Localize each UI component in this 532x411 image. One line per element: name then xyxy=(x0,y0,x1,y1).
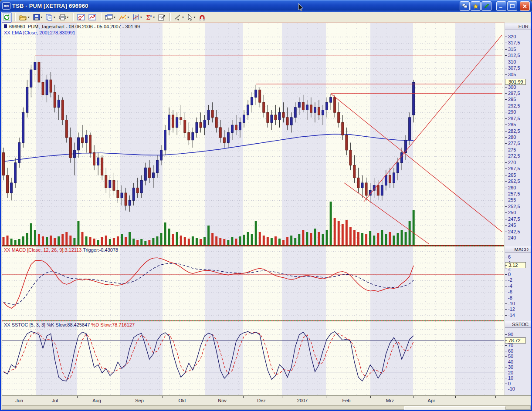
axis-tick xyxy=(505,257,507,257)
close-button[interactable] xyxy=(520,1,530,11)
sstoc-tick-label: 10 xyxy=(508,375,513,381)
edit-pencil-icon xyxy=(484,4,489,9)
axis-tick xyxy=(505,219,507,219)
app-icon: bis xyxy=(2,2,10,10)
maximize-button[interactable] xyxy=(507,1,517,11)
macd-panel[interactable]: XX MACD [Close, 12, 26, 9]:3.12113 Trigg… xyxy=(2,246,504,320)
axis-tick xyxy=(505,280,507,280)
line-tool-button[interactable]: ▾ xyxy=(173,12,185,23)
axis-gutter[interactable]: EUR320317,5315312,5310307,5305302,530029… xyxy=(505,23,531,395)
chart-windows-button[interactable]: ▾ xyxy=(104,12,117,23)
axis-tick xyxy=(505,303,507,304)
toolbar-separator xyxy=(14,13,16,21)
tile-windows-button[interactable] xyxy=(460,1,470,11)
month-tick xyxy=(370,396,371,398)
titlebar[interactable]: bis TSB - PUM [XETRA] 696960 xyxy=(0,0,532,12)
magnet-button[interactable] xyxy=(197,12,207,23)
chart-forward-button[interactable] xyxy=(87,12,98,23)
axis-tick xyxy=(505,315,507,316)
chart-back-button[interactable] xyxy=(76,12,86,23)
study-draw-button[interactable]: ▾ xyxy=(131,12,143,23)
axis-tick xyxy=(505,118,507,119)
month-label: Okt xyxy=(178,398,186,403)
template-button[interactable] xyxy=(157,12,167,23)
axis-tick xyxy=(505,106,507,106)
month-tick xyxy=(205,396,205,398)
price-tick-label: 287,5 xyxy=(508,116,520,121)
month-label: Mrz xyxy=(386,398,394,403)
toolbar-separator xyxy=(100,13,102,21)
price-chart-canvas xyxy=(2,23,504,246)
axis-tick xyxy=(505,55,507,56)
price-tick-label: 245 xyxy=(508,222,516,228)
chevron-down-icon[interactable]: ▾ xyxy=(28,16,30,19)
axis-tick xyxy=(505,232,507,232)
minimize-button[interactable] xyxy=(496,1,506,11)
tile-windows-icon xyxy=(462,4,468,8)
axis-tick xyxy=(505,345,507,346)
axis-tick xyxy=(505,162,507,163)
sstoc-tick-label: -10 xyxy=(508,386,515,391)
sstoc-tick-label: 40 xyxy=(508,359,513,364)
price-tick-label: 300 xyxy=(508,84,516,90)
price-tick-label: 282,5 xyxy=(508,128,520,134)
month-label: Sep xyxy=(135,398,144,403)
save-button[interactable]: ▾ xyxy=(32,12,44,23)
edit-button[interactable] xyxy=(481,1,491,11)
mouse-cursor xyxy=(298,3,304,12)
axis-tick xyxy=(505,373,507,373)
month-label: Dez xyxy=(257,398,266,403)
month-label: Jul xyxy=(52,398,58,403)
chart-plot-area[interactable]: 696960 PUM, Tageschart - 08.06.2006 - 05… xyxy=(2,23,505,396)
price-tick-label: 257,5 xyxy=(508,191,520,196)
chevron-down-icon[interactable]: ▾ xyxy=(67,16,69,19)
sstoc-panel[interactable]: XX SSTOC [5, 3, 3] %K Slow:88.425847 %D … xyxy=(2,321,504,395)
chevron-down-icon[interactable]: ▾ xyxy=(128,16,129,19)
axis-tick xyxy=(505,269,507,269)
price-tick-label: 295 xyxy=(508,97,516,102)
copy-button[interactable]: ▾ xyxy=(44,12,57,23)
favorites-star-icon xyxy=(473,4,478,9)
month-tick xyxy=(243,396,244,398)
toolbar-separator xyxy=(72,13,74,21)
refresh-button[interactable] xyxy=(2,12,12,23)
chevron-down-icon[interactable]: ▾ xyxy=(54,16,55,19)
month-tick xyxy=(495,396,496,398)
macd-tick-label: -6 xyxy=(508,289,512,294)
price-tick-label: 280 xyxy=(508,135,516,140)
axis-tick xyxy=(505,112,507,112)
price-tick-label: 255 xyxy=(508,197,516,202)
chevron-down-icon[interactable]: ▾ xyxy=(114,16,115,19)
indicator-spark-button[interactable]: ▾ xyxy=(118,12,131,23)
axis-tick xyxy=(505,206,507,207)
copy-icon xyxy=(46,14,53,21)
sum-indicator-button[interactable]: Σ ▾ xyxy=(144,12,156,23)
price-tick-label: 267,5 xyxy=(508,166,520,171)
open-button[interactable]: ▾ xyxy=(18,12,31,23)
macd-tick-label: -4 xyxy=(508,283,512,289)
axis-tick xyxy=(505,292,507,292)
pointer-tool-button[interactable]: ▾ xyxy=(186,12,197,23)
sstoc-tick-label: 50 xyxy=(508,354,513,359)
axis-tick xyxy=(505,175,507,175)
price-tick-label: 265 xyxy=(508,172,516,178)
chevron-down-icon[interactable]: ▾ xyxy=(182,16,184,19)
price-tick-label: 292,5 xyxy=(508,103,520,108)
price-panel[interactable]: 696960 PUM, Tageschart - 08.06.2006 - 05… xyxy=(2,23,504,246)
chevron-down-icon[interactable]: ▾ xyxy=(153,16,155,19)
chevron-down-icon[interactable]: ▾ xyxy=(41,16,43,19)
sigma-icon: Σ xyxy=(146,14,152,21)
month-tick xyxy=(282,396,282,398)
horizontal-scrollbar[interactable] xyxy=(2,405,531,410)
price-tick-label: 270 xyxy=(508,160,516,165)
print-button[interactable]: ▾ xyxy=(58,12,70,23)
favorites-button[interactable] xyxy=(471,1,481,11)
month-label: Aug xyxy=(92,398,101,403)
macd-tick-label: 6 xyxy=(508,254,511,259)
chevron-down-icon[interactable]: ▾ xyxy=(140,16,142,19)
price-tick-label: 247,5 xyxy=(508,216,520,222)
macd-current-badge: 3.12 xyxy=(505,262,526,268)
open-folder-icon xyxy=(19,14,27,20)
chevron-down-icon[interactable]: ▾ xyxy=(194,16,196,19)
axis-tick xyxy=(505,143,507,144)
